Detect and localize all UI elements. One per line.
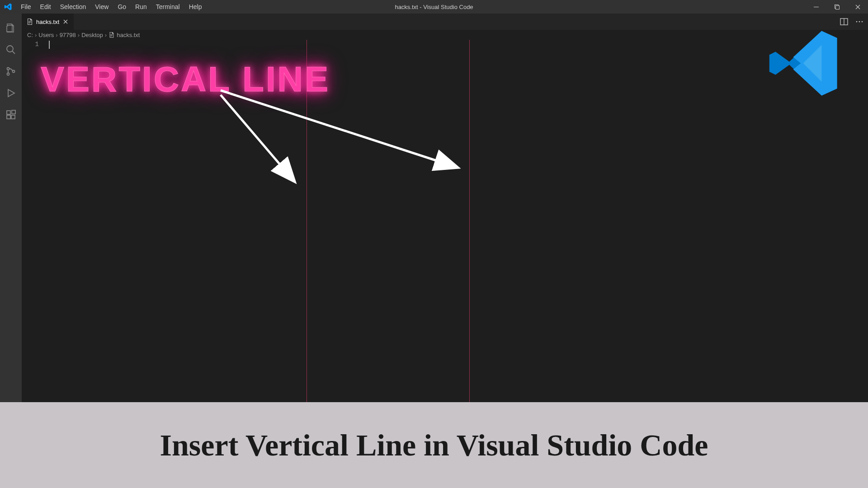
svg-rect-8 [7, 115, 10, 119]
breadcrumb-user[interactable]: 97798 [60, 32, 76, 38]
svg-point-14 [859, 21, 860, 23]
tab-hacks[interactable]: hacks.txt [22, 14, 74, 30]
chevron-right-icon: › [105, 32, 107, 38]
menu-edit[interactable]: Edit [36, 1, 56, 12]
menu-file[interactable]: File [16, 1, 36, 12]
svg-point-15 [862, 21, 863, 23]
breadcrumb[interactable]: C: › Users › 97798 › Desktop › hacks.txt [22, 30, 868, 40]
breadcrumb-c[interactable]: C: [27, 32, 33, 38]
explorer-icon[interactable] [0, 17, 22, 39]
extensions-icon[interactable] [0, 104, 22, 126]
line-number: 1 [22, 41, 49, 49]
more-actions-icon[interactable] [854, 17, 864, 27]
maximize-button[interactable] [826, 0, 847, 14]
gutter: 1 [22, 40, 49, 49]
tab-label: hacks.txt [36, 19, 59, 25]
menu-go[interactable]: Go [113, 1, 131, 12]
menu-bar: File Edit Selection View Go Run Terminal… [16, 1, 206, 12]
svg-rect-7 [7, 111, 10, 114]
vscode-icon [4, 2, 13, 11]
menu-selection[interactable]: Selection [56, 1, 91, 12]
svg-rect-2 [835, 5, 839, 9]
breadcrumb-desktop[interactable]: Desktop [81, 32, 103, 38]
search-icon[interactable] [0, 39, 22, 61]
file-icon [108, 32, 115, 38]
overlay-heading: VERTICAL LINE [41, 59, 330, 100]
title-bar: File Edit Selection View Go Run Terminal… [0, 0, 868, 14]
chevron-right-icon: › [56, 32, 57, 38]
window-title: hacks.txt - Visual Studio Code [395, 4, 473, 10]
svg-point-13 [856, 21, 858, 23]
menu-view[interactable]: View [90, 1, 113, 12]
window-controls [806, 0, 868, 14]
source-control-icon[interactable] [0, 61, 22, 82]
close-button[interactable] [847, 0, 868, 14]
svg-point-3 [7, 46, 13, 52]
minimize-button[interactable] [806, 0, 826, 14]
menu-run[interactable]: Run [131, 1, 151, 12]
svg-point-4 [7, 68, 9, 70]
vscode-logo [766, 25, 843, 102]
menu-terminal[interactable]: Terminal [151, 1, 184, 12]
chevron-right-icon: › [35, 32, 37, 38]
svg-rect-10 [12, 110, 15, 114]
breadcrumb-file[interactable]: hacks.txt [117, 32, 140, 38]
breadcrumb-users[interactable]: Users [38, 32, 54, 38]
menu-help[interactable]: Help [184, 1, 207, 12]
tab-bar: hacks.txt [22, 14, 868, 30]
cursor [49, 41, 50, 49]
file-icon [26, 18, 33, 25]
chevron-right-icon: › [78, 32, 80, 38]
svg-rect-9 [11, 115, 15, 119]
svg-point-5 [7, 73, 9, 75]
svg-rect-0 [814, 7, 819, 7]
caption-text: Insert Vertical Line in Visual Studio Co… [160, 427, 708, 463]
run-debug-icon[interactable] [0, 82, 22, 104]
tab-close-icon[interactable] [62, 18, 69, 25]
caption-band: Insert Vertical Line in Visual Studio Co… [0, 402, 868, 488]
